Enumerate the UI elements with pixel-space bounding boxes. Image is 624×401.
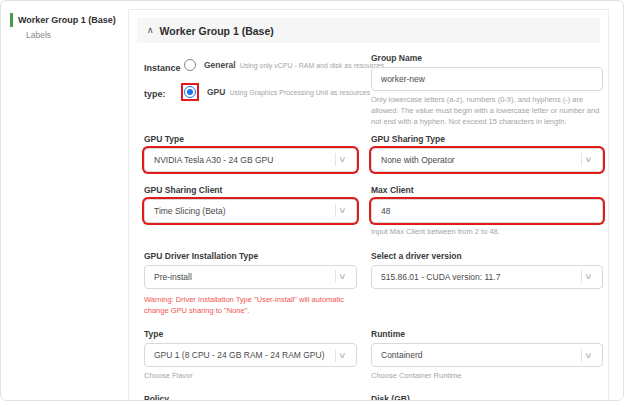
gpu-driver-installation-type-label: GPU Driver Installation Type (144, 251, 357, 261)
group-name-label: Group Name (371, 53, 603, 63)
gpu-sharing-type-select[interactable]: None with Operator ∨ (371, 148, 603, 172)
gpu-sharing-client-select[interactable]: Time Slicing (Beta) ∨ (144, 199, 357, 223)
gpu-driver-installation-type-value: Pre-install (154, 272, 335, 282)
gpu-sharing-client-label: GPU Sharing Client (144, 185, 357, 195)
type-helper: Choose Flavor (144, 371, 357, 382)
driver-version-label: Select a driver version (371, 251, 603, 261)
gpu-sharing-type-label: GPU Sharing Type (371, 134, 603, 144)
max-client-input[interactable] (371, 199, 603, 223)
driver-installation-warning: Warning: Driver Installation Type "User-… (144, 294, 364, 317)
sidebar: Worker Group 1 (Base) Labels (10, 13, 126, 42)
radio-option-general[interactable]: General Using only vCPU - RAM and disk a… (184, 56, 384, 74)
disk-label: Disk (GB) (371, 394, 603, 401)
driver-version-value: 515.86.01 - CUDA version: 11.7 (381, 272, 581, 282)
radio-gpu[interactable] (184, 86, 196, 98)
chevron-down-icon: ∨ (584, 155, 603, 164)
runtime-helper: Choose Container Runtime (371, 371, 603, 382)
max-client-helper: Input Max Client between from 2 to 48. (371, 227, 603, 238)
chevron-down-icon: ∨ (584, 272, 603, 281)
chevron-down-icon: ∨ (338, 155, 357, 164)
group-name-helper: Only lowercase letters (a-z), numbers (0… (371, 95, 603, 128)
instance-type-group: Instance type: General Using only vCPU -… (144, 53, 357, 110)
panel-header[interactable]: ∧ Worker Group 1 (Base) (137, 18, 600, 43)
runtime-select[interactable]: Containerd ∨ (371, 343, 603, 367)
chevron-down-icon: ∨ (338, 351, 357, 360)
sidebar-item-worker-group[interactable]: Worker Group 1 (Base) (10, 13, 126, 27)
policy-label: Policy (144, 394, 357, 401)
driver-version-select[interactable]: 515.86.01 - CUDA version: 11.7 ∨ (371, 265, 603, 289)
gpu-type-label: GPU Type (144, 134, 357, 144)
runtime-value: Containerd (381, 350, 581, 360)
gpu-driver-installation-type-select[interactable]: Pre-install ∨ (144, 265, 357, 289)
sidebar-item-labels[interactable]: Labels (10, 28, 126, 42)
gpu-type-select[interactable]: NVIDIA Tesla A30 - 24 GB GPU ∨ (144, 148, 357, 172)
instance-type-label: Instance type: (144, 55, 184, 110)
type-value: GPU 1 (8 CPU - 24 GB RAM - 24 RAM GPU) (154, 350, 335, 360)
worker-group-form: Instance type: General Using only vCPU -… (129, 43, 608, 401)
radio-general-label: General (204, 60, 236, 70)
radio-gpu-description: Using Graphics Processing Unit as resour… (229, 89, 370, 96)
runtime-label: Runtime (371, 329, 603, 339)
chevron-down-icon: ∨ (338, 206, 357, 215)
chevron-down-icon: ∨ (338, 272, 357, 281)
type-select[interactable]: GPU 1 (8 CPU - 24 GB RAM - 24 RAM GPU) ∨ (144, 343, 357, 367)
worker-group-config-page: Worker Group 1 (Base) Labels ∧ Worker Gr… (0, 0, 624, 401)
worker-group-panel: ∧ Worker Group 1 (Base) Instance type: G… (128, 9, 609, 401)
group-name-input[interactable] (371, 67, 603, 91)
type-label: Type (144, 329, 357, 339)
radio-general-description: Using only vCPU - RAM and disk as resour… (240, 62, 385, 69)
radio-gpu-label: GPU (207, 87, 225, 97)
chevron-down-icon: ∨ (584, 351, 603, 360)
gpu-sharing-type-value: None with Operator (381, 155, 581, 165)
gpu-radio-highlight (181, 83, 199, 101)
max-client-label: Max Client (371, 185, 603, 195)
panel-title: Worker Group 1 (Base) (160, 25, 274, 37)
radio-option-gpu[interactable]: GPU Using Graphics Processing Unit as re… (184, 83, 384, 101)
gpu-sharing-client-value: Time Slicing (Beta) (154, 206, 335, 216)
chevron-up-icon[interactable]: ∧ (147, 26, 154, 35)
radio-general[interactable] (184, 59, 196, 71)
gpu-type-value: NVIDIA Tesla A30 - 24 GB GPU (154, 155, 335, 165)
